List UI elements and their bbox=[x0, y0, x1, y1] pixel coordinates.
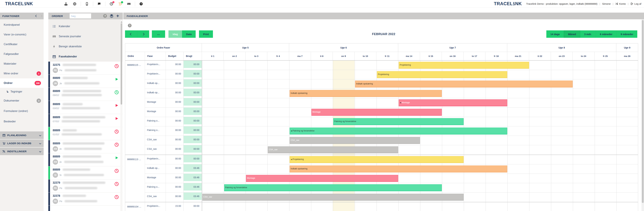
gantt-bar-pakning-og-forsendelse[interactable]: ◀Pakning og forsendelse bbox=[290, 128, 507, 134]
quick-link-fasekalender[interactable]: Fasekalender bbox=[48, 52, 123, 62]
help-icon[interactable]: ? bbox=[139, 2, 143, 6]
phase-cell[interactable]: Indkøb op... bbox=[145, 89, 166, 98]
brugt-value: 03:46 bbox=[184, 164, 202, 172]
phase-cell[interactable]: CSA_sav bbox=[145, 145, 166, 154]
order-list-item[interactable]: 8888909/02/ bbox=[48, 88, 123, 101]
quick-link-beregn-sk-reliste[interactable]: Beregn skæreliste bbox=[48, 42, 123, 52]
order-list-item[interactable]: 88889ANAr bbox=[48, 153, 123, 166]
phase-cell[interactable]: Pakning o... bbox=[145, 183, 166, 192]
add-order-icon[interactable]: + bbox=[116, 14, 119, 18]
phase-cell[interactable]: Projekterin... bbox=[145, 70, 166, 79]
date-button[interactable]: Dato bbox=[182, 30, 196, 38]
orders-scrollbar-thumb[interactable] bbox=[121, 23, 122, 104]
user-name[interactable]: Simone bbox=[602, 2, 610, 5]
sidebar-item-certifikater[interactable]: Certifikater bbox=[0, 40, 44, 49]
chat-icon[interactable] bbox=[97, 2, 101, 6]
sidebar-item-formularer-ordrer[interactable]: Formularer (ordrer) bbox=[0, 106, 44, 116]
upload-icon[interactable] bbox=[64, 2, 68, 6]
sidebar-section-lager-og-indk-b[interactable]: LAGER OG INDKØB bbox=[0, 140, 44, 147]
clock-icon[interactable] bbox=[110, 2, 114, 6]
phase-cell[interactable]: Montage bbox=[145, 108, 166, 117]
sidebar-item-tegninger[interactable]: ↳Tegninger bbox=[0, 88, 44, 96]
orders-scrollbar[interactable] bbox=[120, 20, 122, 211]
order-list-item[interactable]: 8888903/02/ bbox=[48, 101, 123, 114]
sidebar-section-planl-gning[interactable]: PLANLÆGNING bbox=[0, 132, 44, 139]
gantt-bar-indk-b-opsk-ring[interactable]: Indkøb opskæring bbox=[355, 80, 573, 88]
sidebar-item-ordrer[interactable]: Ordrer190 bbox=[0, 78, 44, 88]
zoom-button-3-mdr[interactable]: 3 mdr. bbox=[580, 30, 596, 38]
phase-cell[interactable]: Projekterin... bbox=[145, 202, 166, 211]
sidebar-item-f-lgesedler[interactable]: Følgesedler bbox=[0, 49, 44, 59]
phase-cell[interactable]: Projekterin... bbox=[145, 155, 166, 164]
share-icon[interactable] bbox=[118, 2, 122, 6]
phase-cell[interactable]: Pakning o... bbox=[145, 126, 166, 136]
sidebar-item-materialer[interactable]: Materialer bbox=[0, 59, 44, 69]
order-list-item[interactable]: 8888907/02/ bbox=[48, 114, 123, 127]
order-list-item[interactable]: 32378PEPe bbox=[48, 192, 123, 206]
zoom-button-m-ned[interactable]: Måned bbox=[564, 30, 580, 38]
order-list-item[interactable]: 32375PEPe bbox=[48, 62, 123, 75]
order-list-item[interactable]: 32379PEPe bbox=[48, 180, 123, 192]
zoom-button-9-m-neder[interactable]: 9 måneder bbox=[616, 30, 637, 38]
gantt-bar-projektering[interactable]: Projektering bbox=[377, 71, 507, 78]
konto-link[interactable]: Konto bbox=[615, 2, 626, 5]
collapse-right-icon[interactable] bbox=[40, 15, 42, 17]
sidebar-item-mine-ordrer[interactable]: Mine ordrer1 bbox=[0, 69, 44, 78]
prev-button[interactable] bbox=[125, 30, 137, 38]
gantt-bar-indk-b-opsk-ring[interactable]: Indkøb opskæring bbox=[290, 166, 507, 172]
gantt-bar-montage[interactable]: ◀Montage bbox=[399, 99, 507, 106]
sidebar-section-indstillinger[interactable]: INDSTILLINGER bbox=[0, 148, 44, 155]
phase-cell[interactable]: Montage bbox=[145, 174, 166, 183]
gantt-order-cell[interactable]: 88889113 ... bbox=[125, 155, 145, 202]
keyboard-icon[interactable] bbox=[127, 2, 131, 6]
sidebar-item-kontrolpanel[interactable]: Kontrolpanel bbox=[0, 20, 44, 30]
gantt-bar-csa-sav[interactable]: CSA_sav bbox=[202, 194, 464, 200]
phase-cell[interactable]: Projekterin... bbox=[145, 60, 166, 70]
quick-link-seneste-journaler[interactable]: Seneste journaler bbox=[48, 32, 123, 42]
gantt-order-cell[interactable]: 88889104 ... bbox=[125, 202, 145, 211]
gantt-bar-montage[interactable]: Montage bbox=[312, 109, 442, 116]
calendar-help-icon[interactable]: ? bbox=[128, 24, 132, 27]
gantt-bar-csa-sav[interactable]: CSA_sav bbox=[268, 146, 398, 153]
gantt-bar-pakning-og-forsendelse[interactable]: Pakning og forsendelse bbox=[333, 118, 464, 125]
order-list-item[interactable]: 8888901/02/ bbox=[48, 127, 123, 140]
print-button[interactable]: Print bbox=[199, 30, 213, 38]
collapse-left-icon[interactable] bbox=[35, 15, 38, 17]
gantt-bar-indk-b-opsk-ring[interactable]: Indkøb opskæring bbox=[290, 90, 442, 97]
gantt-bar-montage[interactable]: Montage bbox=[246, 175, 398, 182]
gantt-bar-projektering[interactable]: ◀Projektering bbox=[290, 156, 464, 163]
gantt-bar-pakning-og-forsendelse[interactable]: Pakning og forsendelse bbox=[224, 184, 442, 191]
today-button[interactable]: Idag bbox=[168, 30, 182, 38]
phase-cell[interactable]: Pakning o... bbox=[145, 117, 166, 126]
layers-icon[interactable] bbox=[110, 14, 114, 18]
phase-cell[interactable]: Montage bbox=[145, 98, 166, 108]
help-icon[interactable]: ? bbox=[103, 14, 107, 18]
zoom-button-6-m-neder[interactable]: 6 måneder bbox=[596, 30, 616, 38]
lifebuoy-icon[interactable] bbox=[73, 2, 77, 6]
logout-link[interactable]: Log af bbox=[630, 2, 641, 5]
sidebar-item-varer-e-conomic[interactable]: Varer (e-conomic) bbox=[0, 30, 44, 40]
phase-cell[interactable]: CSA_sav bbox=[145, 192, 166, 202]
sidebar-item-dokumenter[interactable]: Dokumenter3 bbox=[0, 96, 44, 106]
order-list-item[interactable]: 88889JNJe bbox=[48, 75, 123, 88]
phase-cell[interactable]: Indkøb op... bbox=[145, 80, 166, 89]
gantt-bar-projektering[interactable]: Projektering bbox=[399, 62, 529, 69]
brugt-cell: 00:00 bbox=[184, 89, 202, 98]
zoom-button-14-dage[interactable]: 14 dage bbox=[546, 30, 564, 38]
fit-range-button[interactable]: ↔ bbox=[152, 30, 165, 38]
gantt-bar-csa-sav[interactable]: CSA_sav bbox=[290, 137, 420, 144]
order-list-item[interactable]: 88889ANAr bbox=[48, 140, 123, 153]
sidebar-item-beskeder[interactable]: Beskeder bbox=[0, 116, 44, 127]
scroll-up-icon[interactable] bbox=[121, 21, 122, 22]
search-input[interactable] bbox=[70, 14, 91, 18]
gantt-order-cell[interactable]: 88889115 ... bbox=[125, 60, 145, 154]
main-scrollbar[interactable] bbox=[642, 19, 644, 211]
phase-cell[interactable]: CSA_sav bbox=[145, 136, 166, 145]
main-scrollbar-thumb[interactable] bbox=[642, 20, 644, 203]
phase-cell[interactable]: Indkøb op... bbox=[145, 164, 166, 174]
phone-icon[interactable] bbox=[85, 2, 89, 6]
order-list-item[interactable] bbox=[48, 206, 123, 211]
order-list-item[interactable]: 88889SISi bbox=[48, 166, 123, 180]
quick-link-kalender[interactable]: Kalender bbox=[48, 21, 123, 32]
next-button[interactable] bbox=[137, 30, 149, 38]
